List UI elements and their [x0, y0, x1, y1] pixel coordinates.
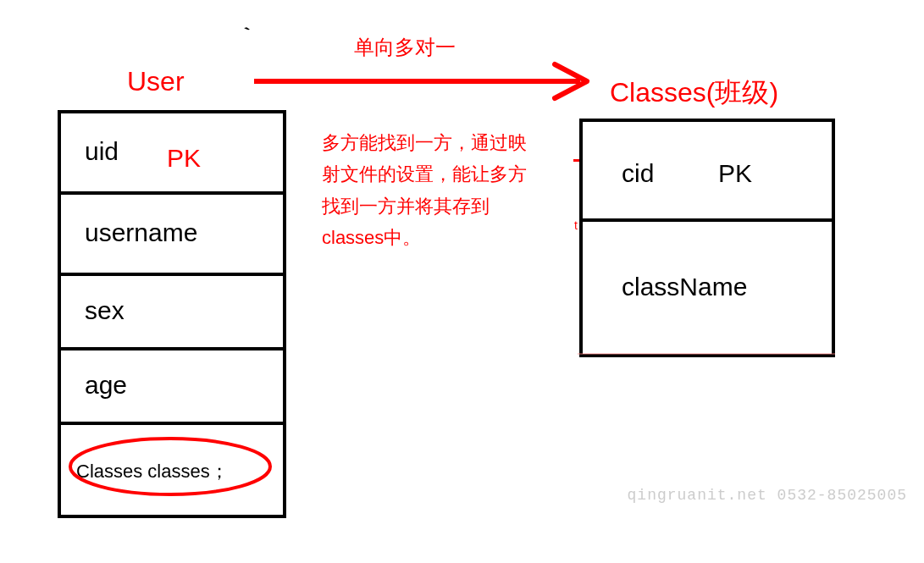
user-entity-title: User	[127, 66, 185, 97]
classes-entity-title: Classes(班级)	[610, 75, 778, 112]
relation-description: 多方能找到一方，通过映射文件的设置，能让多方找到一方并将其存到classes中。	[322, 127, 534, 254]
arrow-icon	[250, 58, 606, 108]
user-entity-box: uid PK username sex age Classes classes；	[58, 110, 286, 518]
field-age: age	[85, 371, 127, 399]
field-classname: className	[622, 273, 747, 301]
classes-entity-box: cid PK className	[579, 119, 835, 357]
classes-row-cid: cid PK	[583, 122, 832, 222]
user-row-classes-ref: Classes classes；	[61, 425, 283, 515]
field-uid: uid	[85, 137, 119, 165]
user-row-username: username	[61, 195, 283, 276]
scribble-mark: `	[243, 23, 255, 46]
field-sex: sex	[85, 296, 124, 324]
field-cid: cid	[622, 159, 654, 187]
user-row-age: age	[61, 350, 283, 425]
faint-underline	[578, 353, 835, 355]
watermark-text: qingruanit.net 0532-85025005	[628, 487, 907, 504]
pk-label-classes: PK	[718, 159, 752, 188]
field-classes-ref: Classes classes；	[76, 459, 229, 484]
user-row-sex: sex	[61, 276, 283, 350]
user-row-uid: uid PK	[61, 113, 283, 195]
field-username: username	[85, 218, 197, 246]
classes-row-classname: className	[583, 222, 832, 354]
pk-label-user: PK	[167, 144, 201, 173]
